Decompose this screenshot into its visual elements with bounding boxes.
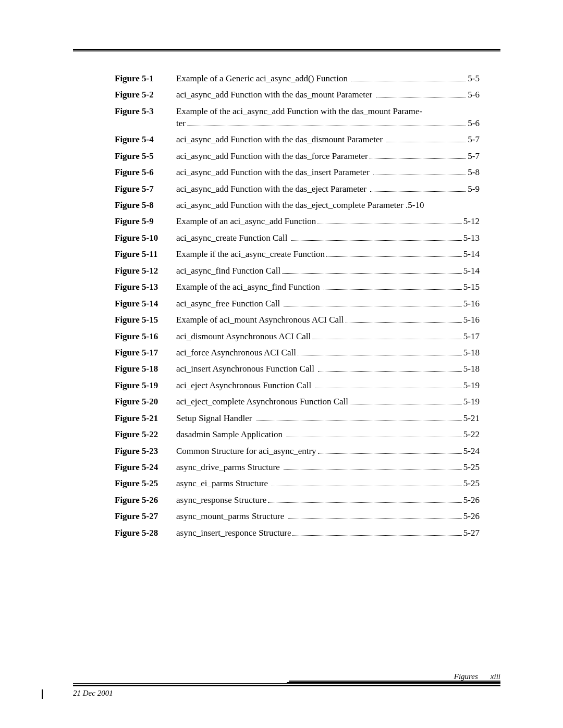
figure-body: Example of aci_mount Asynchronous ACI Ca… <box>176 314 480 326</box>
leader-dots <box>272 478 461 486</box>
figure-body: aci_async_add Function with the das_ejec… <box>176 183 480 195</box>
leader-dots <box>284 298 461 306</box>
figure-title: aci_eject_complete Asynchronous Function… <box>176 396 348 408</box>
figure-label: Figure 5-17 <box>115 347 176 359</box>
figure-body: aci_async_add Function with the das_moun… <box>176 89 480 101</box>
figure-title: aci_async_add Function with the das_inse… <box>176 167 372 179</box>
leader-dots <box>256 413 462 421</box>
figure-body: async_response Structure5-26 <box>176 495 480 507</box>
figure-body: Example of an aci_async_add Function5-12 <box>176 216 480 228</box>
figure-title: async_mount_parms Structure <box>176 511 287 523</box>
figure-title: aci_force Asynchronous ACI Call <box>176 347 296 359</box>
figure-body: aci_async_create Function Call 5-13 <box>176 232 480 244</box>
list-item: Figure 5-17aci_force Asynchronous ACI Ca… <box>115 347 480 359</box>
figure-title: Example of a Generic aci_async_add() Fun… <box>176 73 350 85</box>
figure-label: Figure 5-8 <box>115 200 176 212</box>
leader-dots <box>370 183 466 191</box>
figure-label: Figure 5-19 <box>115 380 176 392</box>
figure-page: 5-14 <box>463 265 480 277</box>
figure-page: 5-10 <box>408 200 424 212</box>
leader-dots <box>268 495 462 503</box>
figure-body: Example if the aci_async_create Function… <box>176 249 480 261</box>
leader-dots <box>373 167 466 175</box>
figure-title: async_drive_parms Structure <box>176 462 282 474</box>
figure-page: 5-18 <box>463 363 480 375</box>
figure-label: Figure 5-9 <box>115 216 176 228</box>
figure-title: async_ei_parms Structure <box>176 478 270 490</box>
list-item: Figure 5-2aci_async_add Function with th… <box>115 89 480 101</box>
figure-title: aci_async_add Function with the das_ejec… <box>176 200 406 212</box>
figure-title: Example of the aci_async_find Function <box>176 281 322 293</box>
list-item: Figure 5-5aci_async_add Function with th… <box>115 151 480 163</box>
figure-page: 5-13 <box>463 232 480 244</box>
figure-page: 5-16 <box>463 298 480 310</box>
figure-page: 5-24 <box>463 446 480 458</box>
figure-label: Figure 5-26 <box>115 495 176 507</box>
figure-label: Figure 5-11 <box>115 249 176 261</box>
figure-page: 5-18 <box>463 347 480 359</box>
figure-body: async_drive_parms Structure 5-25 <box>176 462 480 474</box>
figure-page: 5-15 <box>463 281 480 293</box>
leader-dots <box>291 233 462 241</box>
list-item: Figure 5-14aci_async_free Function Call … <box>115 298 480 310</box>
figure-title: aci_insert Asynchronous Function Call <box>176 363 316 375</box>
leader-dots <box>318 364 462 372</box>
footer-section: Figures <box>454 672 478 681</box>
list-item: Figure 5-20aci_eject_complete Asynchrono… <box>115 396 480 408</box>
figure-title: aci_async_find Function Call <box>176 265 280 277</box>
leader-dots <box>286 429 462 437</box>
list-item: Figure 5-8aci_async_add Function with th… <box>115 200 480 212</box>
figure-page: 5-19 <box>463 396 480 408</box>
figure-label: Figure 5-13 <box>115 281 176 293</box>
figure-label: Figure 5-21 <box>115 413 176 425</box>
figure-body: aci_dismount Asynchronous ACI Call5-17 <box>176 331 480 343</box>
figure-page: 5-22 <box>463 429 480 441</box>
leader-dots <box>288 511 462 519</box>
figure-title: aci_async_add Function with the das_dism… <box>176 134 385 146</box>
figure-body: Common Structure for aci_async_entry5-24 <box>176 446 480 458</box>
figure-title: Example of the aci_async_add Function wi… <box>176 106 480 118</box>
figure-body: async_ei_parms Structure 5-25 <box>176 478 480 490</box>
figure-page: 5-6 <box>468 118 480 130</box>
list-item: Figure 5-16aci_dismount Asynchronous ACI… <box>115 331 480 343</box>
figure-body: Example of the aci_async_find Function 5… <box>176 281 480 293</box>
list-item: Figure 5-25async_ei_parms Structure 5-25 <box>115 478 480 490</box>
figure-title: async_response Structure <box>176 495 266 507</box>
figure-page: 5-19 <box>463 380 480 392</box>
figure-body: Example of a Generic aci_async_add() Fun… <box>176 73 480 85</box>
figure-label: Figure 5-15 <box>115 314 176 326</box>
figure-body: async_insert_responce Structure5-27 <box>176 527 480 539</box>
list-item: Figure 5-1Example of a Generic aci_async… <box>115 73 480 85</box>
figure-page: 5-12 <box>463 216 480 228</box>
figure-title: aci_async_create Function Call <box>176 232 290 244</box>
figure-page: 5-14 <box>463 249 480 261</box>
figure-page: 5-9 <box>468 183 480 195</box>
figure-title: aci_eject Asynchronous Function Call <box>176 380 313 392</box>
list-item: Figure 5-12aci_async_find Function Call5… <box>115 265 480 277</box>
figure-label: Figure 5-10 <box>115 232 176 244</box>
leader-dots <box>351 73 466 81</box>
change-bar <box>42 689 43 699</box>
leader-dots <box>346 315 462 323</box>
footer-date: 21 Dec 2001 <box>73 689 113 698</box>
footer-rule <box>73 683 500 687</box>
leader-dots <box>317 216 462 224</box>
footer-page-roman: xiii <box>491 672 500 681</box>
list-item: Figure 5-11Example if the aci_async_crea… <box>115 249 480 261</box>
list-item: Figure 5-18aci_insert Asynchronous Funct… <box>115 363 480 375</box>
list-item: Figure 5-27async_mount_parms Structure 5… <box>115 511 480 523</box>
figure-label: Figure 5-28 <box>115 527 176 539</box>
figure-label: Figure 5-3 <box>115 106 176 118</box>
figure-title: aci_async_free Function Call <box>176 298 282 310</box>
list-item: Figure 5-15Example of aci_mount Asynchro… <box>115 314 480 326</box>
figure-label: Figure 5-23 <box>115 446 176 458</box>
leader-dots <box>284 462 462 470</box>
leader-dots <box>315 380 461 388</box>
leader-dots <box>370 151 467 158</box>
figure-title: Setup Signal Handler <box>176 413 254 425</box>
figure-label: Figure 5-25 <box>115 478 176 490</box>
figure-title: dasadmin Sample Application <box>176 429 285 441</box>
leader-dots <box>282 265 462 273</box>
figure-title: Example if the aci_async_create Function <box>176 249 325 261</box>
figure-title: async_insert_responce Structure <box>176 527 291 539</box>
